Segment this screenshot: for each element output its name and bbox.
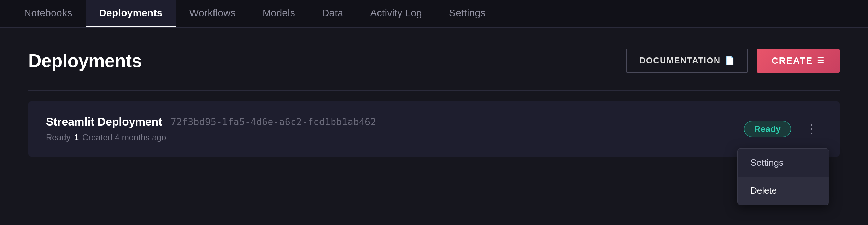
deployment-right: Ready ⋮ Settings Delete xyxy=(744,120,822,138)
deployment-info: Streamlit Deployment 72f3bd95-1fa5-4d6e-… xyxy=(46,115,376,142)
dropdown-menu: Settings Delete xyxy=(737,148,829,205)
header-actions: DOCUMENTATION 📄 CREATE ☰ xyxy=(626,49,840,73)
documentation-label: DOCUMENTATION xyxy=(639,56,720,66)
tab-deployments[interactable]: Deployments xyxy=(86,0,176,27)
deployment-card: Streamlit Deployment 72f3bd95-1fa5-4d6e-… xyxy=(28,101,840,157)
tab-data[interactable]: Data xyxy=(309,0,357,27)
documentation-button[interactable]: DOCUMENTATION 📄 xyxy=(626,49,748,73)
deployment-title-row: Streamlit Deployment 72f3bd95-1fa5-4d6e-… xyxy=(46,115,376,128)
deployment-id: 72f3bd95-1fa5-4d6e-a6c2-fcd1bb1ab462 xyxy=(171,117,376,127)
tab-notebooks[interactable]: Notebooks xyxy=(11,0,86,27)
dropdown-item-delete[interactable]: Delete xyxy=(738,177,829,205)
status-badge: Ready xyxy=(744,121,791,137)
tab-workflows[interactable]: Workflows xyxy=(176,0,249,27)
tab-activity-log[interactable]: Activity Log xyxy=(357,0,435,27)
deployment-meta: Ready 1 Created 4 months ago xyxy=(46,133,376,142)
deployment-ready-label: Ready xyxy=(46,133,70,142)
plus-icon: ☰ xyxy=(817,56,825,65)
more-options-button[interactable]: ⋮ xyxy=(802,120,822,138)
create-button[interactable]: CREATE ☰ xyxy=(757,49,840,73)
page-header: Deployments DOCUMENTATION 📄 CREATE ☰ xyxy=(28,49,840,73)
deployment-count: 1 xyxy=(74,133,78,142)
section-divider xyxy=(28,90,840,91)
page-title: Deployments xyxy=(28,50,142,71)
document-icon: 📄 xyxy=(725,56,735,65)
create-label: CREATE xyxy=(772,55,813,66)
navbar: Notebooks Deployments Workflows Models D… xyxy=(0,0,868,28)
main-content: Deployments DOCUMENTATION 📄 CREATE ☰ Str… xyxy=(0,28,868,178)
tab-settings[interactable]: Settings xyxy=(435,0,499,27)
dropdown-item-settings[interactable]: Settings xyxy=(738,149,829,177)
deployment-created: Created 4 months ago xyxy=(82,133,166,142)
tab-models[interactable]: Models xyxy=(249,0,309,27)
deployment-name: Streamlit Deployment xyxy=(46,115,162,128)
